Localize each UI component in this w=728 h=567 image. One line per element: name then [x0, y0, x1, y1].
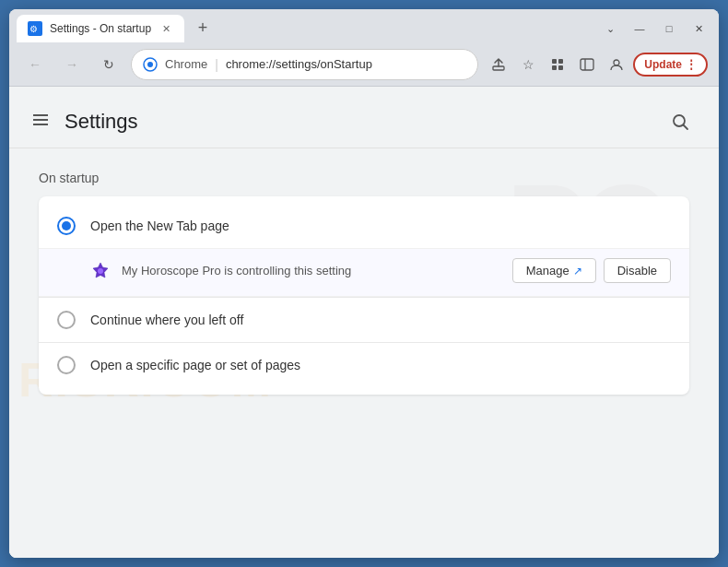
update-menu-icon: ⋮ — [686, 58, 697, 71]
tab-close-button[interactable]: ✕ — [159, 21, 173, 36]
title-bar: ⚙ Settings - On startup ✕ + ⌄ — □ ✕ — [9, 9, 719, 42]
svg-line-16 — [684, 125, 688, 130]
option-new-tab-label: Open the New Tab page — [90, 219, 229, 233]
svg-rect-4 — [493, 66, 504, 70]
page-title: Settings — [65, 110, 138, 134]
chevron-button[interactable]: ⌄ — [597, 18, 623, 39]
radio-new-tab-fill — [62, 221, 71, 230]
svg-point-18 — [98, 268, 103, 274]
radio-new-tab[interactable] — [57, 217, 76, 235]
extensions-icon[interactable] — [545, 52, 570, 77]
maximize-button[interactable]: □ — [656, 18, 682, 39]
radio-specific[interactable] — [57, 356, 76, 374]
search-button[interactable] — [663, 105, 697, 138]
settings-header-left: Settings — [31, 110, 138, 134]
sidebar-icon[interactable] — [574, 52, 600, 77]
svg-rect-8 — [558, 65, 563, 70]
option-new-tab[interactable]: Open the New Tab page — [39, 204, 689, 248]
brand-name: Chrome — [165, 57, 207, 71]
site-icon — [143, 57, 158, 72]
svg-point-11 — [614, 60, 619, 65]
extension-row: My Horoscope Pro is controlling this set… — [39, 248, 689, 297]
back-button[interactable]: ← — [20, 50, 50, 79]
svg-rect-9 — [581, 59, 593, 70]
bookmark-icon[interactable]: ☆ — [515, 52, 541, 77]
svg-point-3 — [147, 62, 153, 67]
svg-rect-7 — [552, 65, 557, 70]
settings-header: Settings — [9, 87, 719, 148]
extension-message: My Horoscope Pro is controlling this set… — [122, 264, 501, 278]
section-label: On startup — [39, 171, 689, 185]
close-button[interactable]: ✕ — [686, 18, 711, 39]
content-area: Settings PC RISK.COM On startup — [9, 87, 719, 558]
address-url: chrome://settings/onStartup — [226, 57, 466, 71]
tab-favicon: ⚙ — [28, 21, 42, 36]
hamburger-icon[interactable] — [31, 111, 50, 134]
external-link-icon: ↗ — [573, 265, 582, 278]
browser-window: ⚙ Settings - On startup ✕ + ⌄ — □ ✕ ← → … — [9, 9, 719, 558]
svg-text:⚙: ⚙ — [29, 24, 38, 34]
tab-strip: ⚙ Settings - On startup ✕ + — [17, 15, 597, 42]
settings-body: PC RISK.COM On startup Open the New Tab … — [9, 148, 719, 417]
settings-card: Open the New Tab page My Horoscope Pro i… — [39, 196, 689, 395]
svg-rect-5 — [552, 59, 557, 64]
tab-title: Settings - On startup — [50, 22, 151, 35]
update-button[interactable]: Update ⋮ — [633, 53, 708, 77]
option-continue[interactable]: Continue where you left off — [39, 298, 689, 342]
settings-page: Settings PC RISK.COM On startup — [9, 87, 719, 558]
extension-buttons: Manage ↗ Disable — [512, 258, 671, 283]
address-bar[interactable]: Chrome | chrome://settings/onStartup — [131, 49, 478, 80]
refresh-button[interactable]: ↻ — [94, 50, 123, 79]
manage-button[interactable]: Manage ↗ — [512, 258, 596, 283]
svg-rect-6 — [558, 59, 563, 64]
address-separator: | — [215, 57, 218, 72]
share-icon[interactable] — [486, 52, 511, 77]
forward-button[interactable]: → — [57, 50, 87, 79]
option-specific-label: Open a specific page or set of pages — [90, 358, 300, 372]
window-controls: ⌄ — □ ✕ — [597, 18, 711, 39]
toolbar: ← → ↻ Chrome | chrome://settings/onStart… — [9, 42, 719, 87]
disable-button[interactable]: Disable — [604, 258, 671, 283]
new-tab-button[interactable]: + — [190, 15, 216, 41]
profile-icon[interactable] — [604, 52, 629, 77]
active-tab[interactable]: ⚙ Settings - On startup ✕ — [17, 15, 184, 42]
option-continue-label: Continue where you left off — [90, 313, 243, 327]
minimize-button[interactable]: — — [627, 18, 652, 39]
radio-continue[interactable] — [57, 311, 76, 329]
option-specific[interactable]: Open a specific page or set of pages — [39, 343, 689, 387]
extension-icon — [90, 261, 111, 281]
toolbar-icons: ☆ — [486, 52, 708, 77]
